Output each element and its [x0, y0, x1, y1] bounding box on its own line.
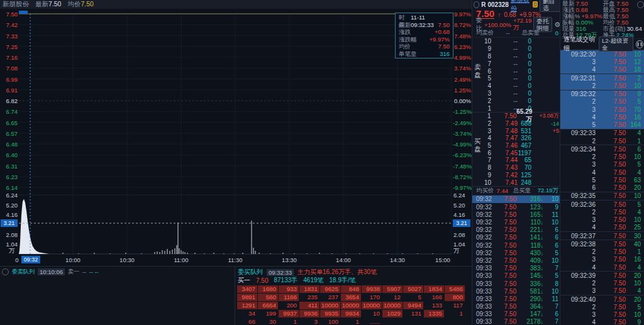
trade-time: 09:33	[476, 303, 495, 310]
tick-row[interactable]: 27.501	[560, 248, 644, 256]
tick-row[interactable]: 47.509	[560, 319, 644, 325]
trade-row[interactable]: 09:327.50141↓6	[472, 234, 560, 241]
tick-volume: 1	[626, 248, 641, 255]
trading-terminal: 新朋股份 最新7.50 均价7.50 7.507.427.337.257.167…	[0, 0, 644, 325]
buy-level-row[interactable]: 47.47326	[472, 135, 560, 142]
buy-level-row[interactable]: 77.4465	[472, 157, 560, 164]
tick-row[interactable]: 27.5010	[560, 280, 644, 287]
sell-level-row[interactable]: 8--0	[472, 53, 560, 60]
pause-icon[interactable]: ❚❚	[636, 40, 643, 48]
tick-price: 7.50	[596, 272, 626, 279]
trade-row[interactable]: 09:337.50147↓6	[472, 311, 560, 318]
trade-row[interactable]: 09:337.50290↓11	[472, 295, 560, 302]
buy-level-row[interactable]: 57.46467	[472, 142, 560, 150]
panel-menu-icon[interactable]	[474, 1, 479, 8]
tick-row[interactable]: 37.504	[560, 287, 644, 295]
tick-row[interactable]: 37.505	[560, 161, 644, 168]
tick-row[interactable]: 37.5016	[560, 256, 644, 263]
tick-row[interactable]: 27.505	[560, 98, 644, 106]
tick-row[interactable]: 09:32:307.5010	[560, 50, 644, 58]
tick-row[interactable]: 09:32:367.505	[560, 200, 644, 208]
buy-level-row[interactable]: 37.48531+5	[472, 127, 560, 135]
watchlist-button[interactable]: 删自选	[540, 0, 560, 12]
buy-level-row[interactable]: 17.5065.29万+3.08万	[472, 113, 560, 120]
trade-row[interactable]: 09:327.50165↓11	[472, 211, 560, 218]
trade-row[interactable]: 09:327.50430↓5	[472, 249, 560, 256]
sell-level-row[interactable]: 3--0	[472, 90, 560, 97]
tick-row[interactable]: 27.5010	[560, 82, 644, 89]
tick-price: 7.50	[596, 201, 626, 208]
tick-row[interactable]: 47.504	[560, 168, 644, 176]
trade-row[interactable]: 09:337.502178↓7	[472, 318, 560, 325]
tick-row[interactable]: 57.50164	[560, 121, 644, 129]
up-arrow-icon: ↑	[497, 11, 501, 18]
tick-row[interactable]: 09:32:337.504	[560, 129, 644, 137]
tick-row[interactable]: 09:32:347.506	[560, 145, 644, 153]
trade-row[interactable]: 09:327.50118↓6	[472, 241, 560, 249]
tick-price: 7.50	[596, 169, 626, 176]
trade-row[interactable]: 09:327.50316↓10	[472, 196, 560, 203]
tick-row[interactable]: 27.5010	[560, 153, 644, 161]
tick-row[interactable]: 47.5018	[560, 66, 644, 74]
buy-level-row[interactable]: 67.451197	[472, 149, 560, 157]
trade-time: 09:33	[476, 288, 495, 295]
tick-row[interactable]: 09:32:407.5020	[560, 295, 644, 303]
tick-row[interactable]: 09:32:357.5010	[560, 192, 644, 200]
tick-row[interactable]: 37.5010	[560, 216, 644, 224]
tick-row[interactable]: 27.504	[560, 208, 644, 216]
buy-level-row[interactable]: 87.4370	[472, 164, 560, 172]
trade-row[interactable]: 09:337.50383↓7	[472, 265, 560, 272]
sell-level-row[interactable]: 5--0	[472, 75, 560, 82]
tick-row[interactable]: 09:32:377.5030	[560, 231, 644, 240]
tick-row[interactable]: 57.5063	[560, 176, 644, 184]
sell-level-row[interactable]: 6--0	[472, 67, 560, 75]
more-icon[interactable]	[637, 1, 644, 8]
percent-axis-label: -2.49%	[453, 119, 471, 126]
sell-level-row[interactable]: 10--0	[472, 38, 560, 45]
tick-time: 09:32:33	[563, 129, 596, 136]
tick-time: 2	[563, 138, 596, 145]
trade-row[interactable]: 09:327.50123↓9	[472, 203, 560, 211]
tick-row[interactable]: 47.5025	[560, 224, 644, 231]
tick-row[interactable]: 27.501	[560, 137, 644, 145]
sell-level-row[interactable]: 2--0	[472, 97, 560, 104]
tick-row[interactable]: 37.5010	[560, 311, 644, 319]
tick-row[interactable]: 09:32:387.5040	[560, 240, 644, 248]
sell-level-row[interactable]: 4--0	[472, 82, 560, 90]
buy-level-delta: -14	[531, 121, 559, 127]
trade-row[interactable]: 09:337.50581↓10	[472, 287, 560, 295]
tick-row[interactable]: 37.5012	[560, 58, 644, 66]
tick-time: 3	[563, 58, 596, 65]
trade-volume: 145↓	[516, 272, 543, 279]
sell-level-row[interactable]: 9--0	[472, 45, 560, 53]
tick-row[interactable]: 37.5070	[560, 106, 644, 113]
stock-code: 002328	[487, 1, 508, 8]
trade-row[interactable]: 09:327.50110↓10	[472, 218, 560, 226]
tick-row[interactable]: 27.505	[560, 303, 644, 311]
trade-row[interactable]: 09:327.50409↓10	[472, 256, 560, 264]
trade-price: 7.50	[495, 311, 516, 317]
tick-row[interactable]: 09:32:317.502	[560, 74, 644, 82]
intraday-chart[interactable]: 7.507.427.337.257.167.086.996.916.826.74…	[0, 9, 472, 266]
trade-row[interactable]: 09:337.50364↓7	[472, 302, 560, 310]
tick-time: 3	[563, 256, 596, 263]
trade-row[interactable]: 09:337.50145↓5	[472, 272, 560, 280]
buy-level-row[interactable]: 107.41248	[472, 179, 560, 186]
buy-level-row[interactable]: 27.49688-14	[472, 120, 560, 128]
weibi-row: 委比 +100.00% +72.19万 委托明细 ⚙	[472, 20, 560, 29]
tick-volume: 10	[626, 216, 641, 223]
stock-flag-icon[interactable]	[533, 1, 538, 8]
tick-price: 7.50	[596, 192, 626, 199]
tick-row[interactable]: 09:32:327.509	[560, 90, 644, 98]
sell-level-num: 2	[481, 97, 491, 104]
tab-l2-funds[interactable]: L2-超级资金	[599, 36, 633, 52]
trade-row[interactable]: 09:327.50221↓6	[472, 226, 560, 234]
tick-row[interactable]: 09:32:397.5020	[560, 271, 644, 279]
tick-row[interactable]: 47.504	[560, 263, 644, 271]
tick-row[interactable]: 47.5016	[560, 113, 644, 121]
sell-level-row[interactable]: 7--0	[472, 60, 560, 67]
trade-row[interactable]: 09:337.50336↓8	[472, 280, 560, 287]
tick-row[interactable]: 67.5020	[560, 184, 644, 192]
tick-price: 7.50	[596, 287, 626, 294]
buy-level-row[interactable]: 97.42125	[472, 171, 560, 179]
